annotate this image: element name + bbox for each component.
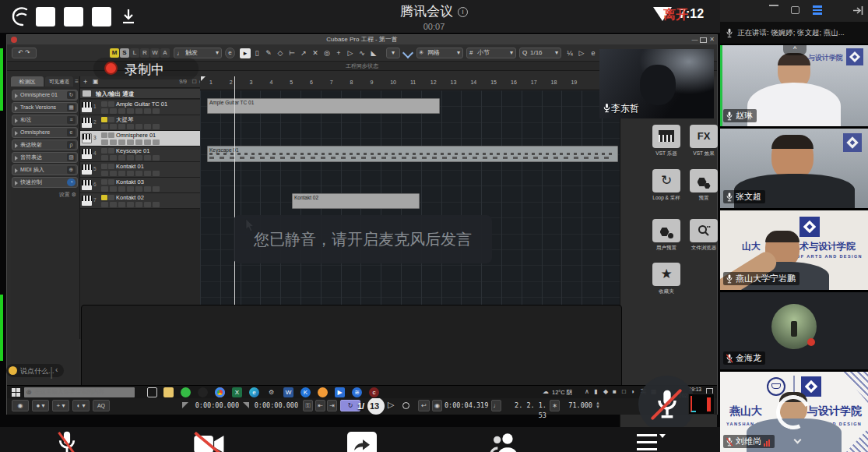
punch-in-button[interactable]: ⇤ (315, 400, 325, 411)
zoom-tool[interactable]: ◎ (322, 48, 332, 58)
inspector-section-trackversions[interactable]: Track Versions▦ (12, 102, 78, 113)
instrument-edit-button[interactable] (127, 139, 134, 145)
record-arm-button[interactable] (101, 108, 108, 114)
favorites-button[interactable]: ★ (652, 263, 680, 286)
midi-clip[interactable]: Kontakt 02 (292, 193, 420, 209)
excel-icon[interactable]: X (232, 387, 242, 397)
mute-button[interactable] (101, 132, 107, 138)
inspector-section-expression-map[interactable]: 表达映射ρ (12, 139, 78, 150)
maximize-icon[interactable] (700, 37, 707, 43)
return-to-start-button[interactable]: ↩ (418, 400, 430, 411)
io-channels-row[interactable]: 输入/输出 通道 (80, 89, 207, 99)
solo-button[interactable] (108, 195, 114, 200)
toolbar-share-button[interactable] (347, 432, 377, 452)
freeze-button[interactable] (153, 202, 160, 207)
tab-visible-channels[interactable]: 可见通道 (45, 76, 73, 87)
constrain-delay-button[interactable]: ◉ (12, 400, 29, 411)
presenter-video-overlay[interactable]: 李东哲 (599, 49, 714, 118)
automation-w-button[interactable]: W (150, 48, 160, 58)
read-button[interactable] (135, 171, 142, 176)
monitor-button[interactable] (110, 108, 117, 114)
read-button[interactable] (135, 202, 142, 207)
left-locator-time[interactable]: 0:00:00.000 (192, 401, 239, 411)
collapse-sidebar-icon[interactable] (852, 5, 863, 16)
close-icon[interactable]: ✕ (708, 37, 715, 43)
loop-samples-button[interactable]: ↻ (652, 169, 680, 192)
track-row[interactable]: 5 Kontakt 01 (80, 162, 207, 178)
vst-effects-button[interactable]: FX (690, 125, 718, 148)
tray-wechat-icon[interactable]: ■ (613, 388, 617, 395)
user-presets-button[interactable] (652, 219, 680, 242)
participant-tile[interactable]: 燕山大 与设计学院 YANSHAN UNIVERSITY OF ARTS AND… (720, 372, 868, 452)
draw-tool[interactable]: ✎ (263, 48, 274, 58)
file-explorer-icon[interactable] (163, 387, 174, 397)
maximize-icon[interactable] (791, 6, 799, 14)
channel-edit-button[interactable] (118, 171, 125, 176)
participant-tile[interactable]: 山大 术与设计学院 OF ARTS AND DESIGN 燕山大学宁岩鹏 (720, 210, 868, 290)
trigger-dropdown[interactable]: ♩ 触发 ▾ (174, 48, 222, 58)
erase-tool[interactable]: ⊢ (286, 48, 297, 58)
record-arm-button[interactable] (101, 186, 108, 192)
tray-display-icon[interactable]: □ (622, 388, 626, 395)
toolbar-mic-button[interactable] (56, 429, 87, 452)
write-button[interactable] (144, 186, 151, 192)
taskbar-search-box[interactable]: ◎ (24, 387, 135, 397)
solo-button[interactable] (108, 132, 114, 138)
write-button[interactable] (144, 139, 151, 145)
write-button[interactable] (144, 202, 151, 207)
kugou-icon[interactable]: K (300, 387, 311, 397)
playhead[interactable] (234, 76, 235, 339)
monitor-button[interactable] (110, 139, 117, 145)
undo-icon[interactable]: ↶ (18, 49, 23, 56)
mute-button[interactable] (101, 164, 107, 169)
track-presets-icon[interactable]: ▣ (93, 78, 99, 85)
glue-tool[interactable]: ◇ (275, 48, 286, 58)
read-button[interactable] (135, 139, 142, 145)
chrome-icon[interactable] (215, 387, 225, 397)
mute-button[interactable] (101, 148, 107, 154)
write-button[interactable] (144, 171, 151, 176)
instrument-edit-button[interactable] (127, 202, 134, 207)
quantize-panel-icon[interactable]: e (588, 48, 599, 58)
channel-edit-button[interactable] (118, 108, 125, 114)
automation-s-button[interactable]: S (120, 48, 129, 58)
instrument-edit-button[interactable] (127, 186, 134, 192)
participant-tile[interactable]: 与设计学院 ^ 赵琳 (720, 45, 868, 126)
timeline-area[interactable]: 12345678910111213141516171819 Ample Guit… (200, 76, 620, 339)
word-icon[interactable]: W (283, 387, 293, 397)
metronome-button[interactable]: ◉ (432, 400, 442, 411)
layout-menu-icon[interactable] (813, 5, 822, 15)
automation-m-button[interactable]: M (110, 48, 119, 58)
mute-tool[interactable]: ✕ (310, 48, 321, 58)
solo-button[interactable] (108, 164, 114, 169)
participant-tile[interactable]: 张文超 (720, 129, 868, 208)
write-button[interactable] (144, 108, 151, 114)
aq-button[interactable]: AQ (93, 400, 110, 411)
automation-r-button[interactable]: R (140, 48, 149, 58)
minimize-icon[interactable] (769, 5, 778, 6)
instrument-edit-button[interactable] (127, 124, 134, 129)
read-button[interactable] (135, 108, 142, 114)
browser-app-icon[interactable]: ≋ (352, 387, 362, 397)
edge-icon[interactable]: e (249, 387, 259, 397)
time-format-icon[interactable]: ♩ (491, 400, 501, 411)
emoji-icon[interactable] (9, 366, 17, 375)
tray-volume-icon[interactable]: ◗ (631, 388, 635, 395)
mute-button[interactable] (101, 101, 107, 107)
track-row[interactable]: 1 Ample Guitar TC 01 (80, 100, 207, 115)
monitor-button[interactable] (110, 186, 117, 192)
color-tool[interactable]: ◣ (368, 48, 379, 58)
cubase-taskbar-icon[interactable]: c (369, 387, 379, 397)
channel-edit-button[interactable] (118, 155, 125, 161)
qq-icon[interactable] (198, 387, 208, 397)
record-arm-button[interactable] (101, 202, 108, 207)
scrub-tool[interactable]: ∿ (357, 48, 367, 58)
toolbar-participants-button[interactable] (489, 430, 523, 452)
grid-type-dropdown[interactable]: # 小节 ▾ (466, 48, 516, 58)
inspector-section-note-expression[interactable]: 音符表达▨ (12, 152, 78, 163)
tempo-value[interactable]: 71.000 (561, 401, 592, 411)
monitor-button[interactable] (110, 124, 117, 129)
channel-edit-button[interactable] (118, 124, 125, 129)
tempo-icon[interactable]: ∗ (550, 400, 560, 411)
read-button[interactable] (135, 186, 142, 192)
